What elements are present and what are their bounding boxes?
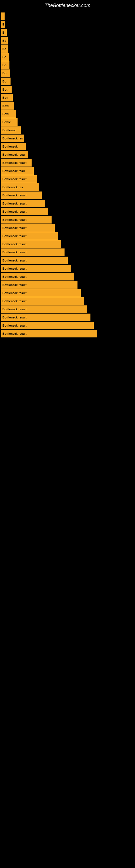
bar-label: Bottleneck result	[2, 177, 27, 181]
bar-item: Bottleneck resu	[1, 167, 34, 175]
bar-item: Bottleneck result	[1, 305, 87, 313]
bar-item: Bottleneck result	[1, 248, 64, 256]
bar-item: Bottleneck result	[1, 281, 78, 289]
bar-row: Bottleneck res	[1, 183, 135, 191]
bar-item: Bottleneck result	[1, 240, 61, 248]
bar-item: Bottleneck result	[1, 191, 42, 199]
bar-row: Bottleneck result	[1, 208, 135, 215]
bar-row: Bottleneck result	[1, 159, 135, 166]
bar-item: Bot	[1, 86, 12, 93]
bar-row: Bo	[1, 61, 135, 69]
bar-row: Bottlenec	[1, 126, 135, 134]
bar-item: Bottleneck res	[1, 183, 39, 191]
bar-item: Bottleneck result	[1, 273, 74, 280]
bar-item: Bottleneck result	[1, 159, 32, 166]
bar-label: Bottleneck result	[2, 332, 27, 335]
bar-label: Bottleneck result	[2, 316, 27, 319]
bar-label: Bottleneck result	[2, 308, 27, 311]
bar-row: Bottleneck result	[1, 273, 135, 280]
bar-row: Bottleneck result	[1, 265, 135, 272]
bar-label: Bottleneck result	[2, 161, 27, 164]
bar-item: Bottleneck	[1, 143, 26, 150]
bar-row: Bottleneck res	[1, 134, 135, 142]
bar-item	[1, 12, 5, 20]
site-title: TheBottlenecker.com	[0, 0, 135, 10]
bar-item: Bottleneck result	[1, 322, 94, 329]
bar-item: Bottleneck result	[1, 175, 37, 183]
bar-label: Bottleneck result	[2, 194, 27, 197]
bar-item: Bo	[1, 69, 10, 77]
bar-label: Bottleneck result	[2, 218, 27, 221]
bar-item: Bottleneck result	[1, 232, 58, 240]
bar-row: Bo	[1, 37, 135, 44]
bar-row: Bottleneck result	[1, 305, 135, 313]
bar-label: Bottleneck result	[2, 324, 27, 327]
bar-label: Bottleneck result	[2, 291, 27, 294]
bar-label: Bottlenec	[2, 129, 16, 132]
bar-item: Bottleneck resul	[1, 151, 28, 158]
bar-label: Bottl	[2, 112, 9, 116]
bar-row: B	[1, 29, 135, 36]
bar-label: Bo	[2, 63, 6, 67]
bar-row: Bottl	[1, 110, 135, 118]
bar-label: Bottl	[2, 104, 9, 107]
bar-row: Bottleneck result	[1, 289, 135, 297]
bar-label: Bo	[2, 72, 6, 75]
bar-row: Bottleneck result	[1, 297, 135, 305]
bar-row: Bottleneck result	[1, 240, 135, 248]
bar-label: Bo	[2, 55, 6, 59]
bar-label: Bot	[2, 88, 7, 91]
bar-item: Bottleneck result	[1, 297, 84, 305]
bar-row: Bo	[1, 78, 135, 85]
bar-label: Bottle	[2, 120, 11, 124]
bar-label: Bottleneck	[2, 145, 17, 148]
bar-item: Bottle	[1, 118, 17, 126]
bar-row: Bottleneck result	[1, 322, 135, 329]
bar-row: Bottleneck result	[1, 216, 135, 223]
bar-row: Bot	[1, 86, 135, 93]
bar-label: Bottleneck result	[2, 275, 27, 278]
bar-item: Bo	[1, 78, 10, 85]
bar-item: E	[1, 21, 5, 28]
bar-row: Bottl	[1, 102, 135, 110]
bar-label: Bottleneck result	[2, 283, 27, 286]
bar-label: Bottleneck res	[2, 186, 23, 189]
bar-label: Bottleneck resul	[2, 153, 26, 156]
bar-row: Bottleneck result	[1, 281, 135, 289]
bar-label: Bottleneck res	[2, 137, 23, 140]
bar-row: Bo	[1, 69, 135, 77]
bar-row: Bo	[1, 53, 135, 61]
bar-row: Bottleneck result	[1, 257, 135, 264]
bar-label: Bo	[2, 80, 6, 83]
bar-row: Bottleneck	[1, 143, 135, 150]
bar-row: Bottle	[1, 118, 135, 126]
bar-label: Bo	[2, 47, 6, 51]
bar-item: Bottleneck result	[1, 265, 71, 272]
bar-label: E	[2, 23, 4, 26]
bar-label: Bottleneck result	[2, 243, 27, 246]
bar-row: E	[1, 21, 135, 28]
bar-label: Bottleneck result	[2, 267, 27, 270]
bar-item: Bottleneck result	[1, 257, 68, 264]
bar-row: Bottleneck result	[1, 175, 135, 183]
bar-row	[1, 12, 135, 20]
bar-item: Bott	[1, 94, 13, 101]
bar-item: Bo	[1, 37, 8, 44]
bar-label: Bott	[2, 96, 8, 99]
bar-label: Bottleneck result	[2, 226, 27, 229]
bar-row: Bottleneck result	[1, 314, 135, 321]
bar-row: Bottleneck result	[1, 330, 135, 337]
bar-row: Bottleneck result	[1, 248, 135, 256]
bar-label: Bottleneck result	[2, 300, 27, 303]
bars-container: EBBoBoBoBoBoBoBotBottBottlBottlBottleBot…	[0, 10, 135, 338]
bar-row: Bottleneck result	[1, 191, 135, 199]
bar-label: Bo	[2, 39, 6, 42]
bar-item: Bottleneck result	[1, 224, 55, 231]
bar-row: Bottleneck resu	[1, 167, 135, 175]
bar-item: Bottleneck result	[1, 289, 81, 297]
bar-label: Bottleneck result	[2, 251, 27, 254]
bar-row: Bo	[1, 45, 135, 53]
bar-label: Bottleneck resu	[2, 169, 25, 173]
bar-item: Bottlenec	[1, 126, 21, 134]
bar-row: Bottleneck result	[1, 224, 135, 231]
